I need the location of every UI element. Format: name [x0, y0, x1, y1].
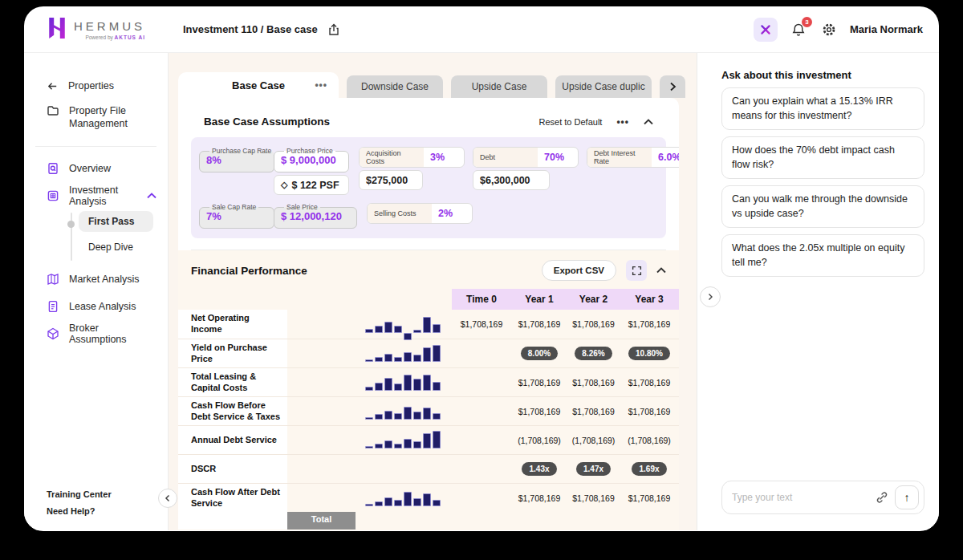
- panel-collapse-button[interactable]: [700, 286, 721, 307]
- purchase-price-psf[interactable]: ◇ $ 122 PSF: [274, 175, 349, 195]
- user-name[interactable]: Maria Normark: [850, 23, 923, 35]
- value-pill: 1.43x: [522, 462, 556, 476]
- row-value: $1,708,169: [620, 310, 679, 339]
- sidebar-subnav: First Pass Deep Dive: [24, 211, 168, 262]
- sidebar-item-market-analysis[interactable]: Market Analysis: [24, 267, 168, 291]
- settings-button[interactable]: [819, 20, 839, 39]
- need-help-link[interactable]: Need Help?: [47, 506, 168, 516]
- gear-icon: [822, 22, 836, 37]
- assumptions-collapse-chevron-icon[interactable]: [644, 119, 653, 125]
- row-value: (1,708,169): [511, 426, 567, 454]
- sidebar-item-lease-analysis[interactable]: Lease Analysis: [24, 294, 168, 319]
- notifications-button[interactable]: 3: [789, 20, 808, 39]
- sparkline-bar: [394, 413, 402, 420]
- sidebar-item-overview[interactable]: Overview: [24, 156, 168, 181]
- row-sparkline-chart: [287, 484, 452, 512]
- suggested-question[interactable]: Can you explain what a 15.13% IRR means …: [721, 87, 924, 130]
- tab-upside-case[interactable]: Upside Case: [451, 75, 547, 98]
- acquisition-costs-amount[interactable]: $275,000: [359, 170, 423, 190]
- sparkline-bar: [404, 407, 412, 420]
- purchase-cap-rate-field[interactable]: Purchase Cap Rate 8%: [199, 147, 274, 172]
- sidebar-back-properties[interactable]: Properties: [24, 74, 168, 98]
- row-value: $1,708,169: [511, 397, 567, 425]
- tab-menu-dots-icon[interactable]: •••: [315, 79, 327, 91]
- sidebar-item-investment-analysis[interactable]: Investment Analysis: [24, 184, 168, 208]
- row-label: Annual Debt Service: [178, 426, 287, 454]
- sparkline-bar: [394, 326, 402, 333]
- tab-base-case[interactable]: Base Case •••: [178, 72, 339, 98]
- sidebar-item-deep-dive[interactable]: Deep Dive: [79, 237, 153, 258]
- value-pill: 8.00%: [521, 347, 558, 360]
- table-row: Yield on Purchase Price8.00%8.26%10.80%: [178, 339, 679, 367]
- table-row: Net Operating Income$1,708,169$1,708,169…: [178, 310, 679, 339]
- asterisk-icon: [759, 23, 772, 36]
- reset-to-default-button[interactable]: Reset to Default: [539, 117, 603, 127]
- row-label: Cash Flow Before Debt Service & Taxes: [178, 397, 287, 425]
- ai-assistant-button[interactable]: [754, 18, 778, 42]
- chat-input-row: ↑: [721, 481, 924, 514]
- sale-price-field[interactable]: Sale Price $ 12,000,120: [274, 203, 357, 229]
- tab-downside-case[interactable]: Downside Case: [347, 75, 443, 98]
- suggested-question[interactable]: What does the 2.05x multiple on equity t…: [721, 234, 924, 277]
- total-cell: Total: [287, 512, 452, 530]
- chevron-up-icon[interactable]: [147, 193, 156, 199]
- assumptions-title: Base Case Assumptions: [204, 116, 330, 128]
- sparkline-bar: [413, 379, 421, 391]
- debt-interest-rate-field[interactable]: Debt Interest Rate 6.0%: [587, 147, 679, 168]
- sparkline-bar: [384, 322, 392, 333]
- training-center-link[interactable]: Training Center: [47, 489, 168, 499]
- tab-upside-case-duplicate[interactable]: Upside Case duplic: [555, 75, 652, 98]
- sidebar-collapse-button[interactable]: [158, 489, 177, 508]
- back-arrow-icon: [47, 80, 59, 92]
- purchase-price-field[interactable]: Purchase Price $ 9,000,000: [274, 147, 349, 172]
- diamond-icon: ◇: [281, 180, 287, 190]
- table-header-row: Time 0 Year 1 Year 2 Year 3: [178, 289, 679, 310]
- row-value: [452, 455, 511, 483]
- sparkline-bar: [384, 497, 392, 506]
- sparkline-bar: [394, 444, 402, 448]
- row-value: $1,708,169: [620, 368, 679, 396]
- header-spacer: [287, 289, 452, 310]
- share-icon[interactable]: [327, 23, 340, 36]
- logo: HERMUS Powered by AKTUS AI: [47, 16, 145, 40]
- attach-link-icon[interactable]: [876, 491, 888, 504]
- tabs-scroll-right-button[interactable]: [660, 75, 685, 98]
- sparkline-bar: [384, 354, 392, 362]
- row-sparkline-chart: [287, 368, 452, 396]
- suggested-question[interactable]: How does the 70% debt impact cash flow r…: [721, 136, 924, 179]
- row-label: [178, 512, 287, 530]
- sale-cap-rate-field[interactable]: Sale Cap Rate 7%: [199, 203, 274, 229]
- expand-table-button[interactable]: [626, 260, 647, 281]
- main-content: Base Case ••• Downside Case Upside Case …: [169, 53, 697, 530]
- assumptions-menu-dots-icon[interactable]: •••: [616, 116, 629, 128]
- value-pill: 10.80%: [628, 347, 670, 360]
- sidebar-item-file-management[interactable]: Property File Management: [24, 104, 168, 138]
- value-pill: 1.69x: [632, 462, 666, 476]
- selling-costs-field[interactable]: Selling Costs 2%: [367, 203, 473, 224]
- chevron-left-icon: [164, 494, 172, 502]
- value-pill: 1.47x: [576, 462, 611, 476]
- sidebar-item-broker-assumptions[interactable]: Broker Assumptions: [24, 322, 168, 346]
- top-bar: HERMUS Powered by AKTUS AI Investment 11…: [24, 6, 939, 53]
- sparkline-bar: [423, 408, 431, 420]
- row-value: 8.00%: [511, 339, 567, 367]
- row-value: [452, 426, 511, 454]
- acquisition-costs-field[interactable]: Acquisition Costs 3%: [359, 147, 465, 168]
- send-button[interactable]: ↑: [895, 485, 919, 509]
- row-value: $1,708,169: [567, 397, 620, 425]
- sparkline-bar: [413, 412, 421, 420]
- financial-collapse-chevron-icon[interactable]: [656, 267, 666, 274]
- debt-amount[interactable]: $6,300,000: [473, 170, 550, 190]
- sparkline-bar: [375, 501, 383, 506]
- row-value: $1,708,169: [511, 368, 567, 396]
- column-header: Year 1: [511, 289, 567, 310]
- sparkline-bar: [365, 359, 373, 362]
- chat-input[interactable]: [732, 492, 869, 503]
- sidebar-item-first-pass[interactable]: First Pass: [79, 211, 153, 232]
- row-value: [452, 484, 511, 512]
- row-value: $1,708,169: [452, 310, 511, 339]
- row-value: (1,708,169): [567, 426, 620, 454]
- export-csv-button[interactable]: Export CSV: [542, 260, 616, 281]
- suggested-question[interactable]: Can you walk me through the downside vs …: [721, 185, 924, 228]
- debt-field[interactable]: Debt 70%: [473, 147, 579, 168]
